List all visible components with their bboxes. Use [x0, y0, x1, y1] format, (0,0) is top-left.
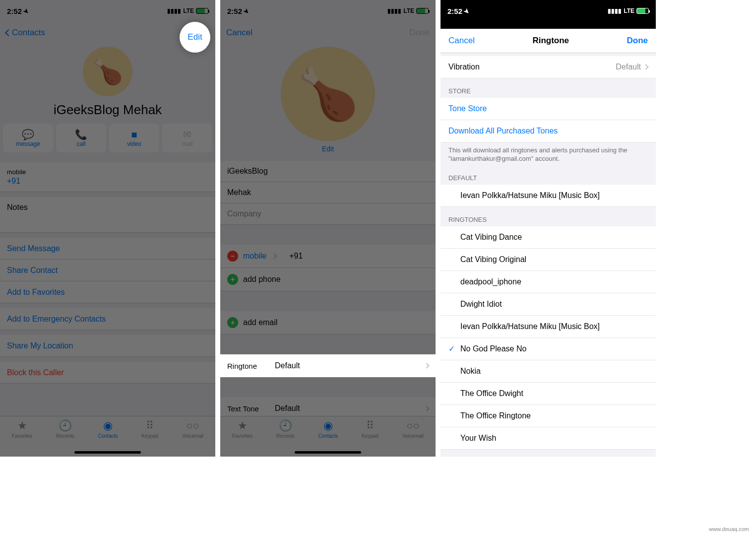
remove-icon[interactable]: −	[227, 251, 238, 262]
ringtone-row[interactable]: The Office Ringtone	[441, 405, 656, 427]
chevron-right-icon	[424, 363, 429, 368]
home-indicator[interactable]	[74, 451, 141, 454]
clock-icon: 🕘	[59, 419, 72, 432]
phone-field-row[interactable]: − mobile +91	[220, 245, 436, 268]
mail-button: ✉mail	[162, 124, 212, 152]
phone-value[interactable]: +91	[289, 252, 303, 261]
back-button[interactable]: Contacts	[6, 28, 45, 38]
call-button[interactable]: 📞call	[56, 124, 106, 152]
phone-label: mobile	[7, 168, 26, 176]
ringtone-row[interactable]: Cat Vibing Dance	[441, 226, 656, 249]
message-icon: 💬	[22, 129, 34, 140]
tab-keypad[interactable]: ⠿Keypad	[141, 419, 158, 457]
tone-store-row[interactable]: Tone Store	[441, 98, 656, 120]
ringtone-row[interactable]: Your Wish	[441, 427, 656, 450]
tab-favorites[interactable]: ★Favorites	[232, 419, 252, 457]
ringtone-row[interactable]: Nokia	[441, 360, 656, 383]
vibration-row[interactable]: Vibration Default	[441, 56, 656, 78]
ringtone-label: The Office Dwight	[460, 389, 523, 398]
ringtone-row[interactable]: The Office Dwight	[441, 383, 656, 405]
ringtone-row[interactable]: Dwight Idiot	[441, 293, 656, 316]
home-indicator[interactable]	[295, 451, 361, 454]
ringtone-row[interactable]: deadpool_iphone	[441, 271, 656, 293]
add-email-row[interactable]: + add email	[220, 311, 436, 334]
nav-bar: Cancel Done	[220, 22, 436, 44]
add-icon[interactable]: +	[227, 317, 238, 328]
tab-keypad[interactable]: ⠿Keypad	[362, 419, 378, 457]
notes-cell[interactable]: Notes	[0, 197, 215, 233]
share-contact-row[interactable]: Share Contact	[0, 260, 215, 281]
add-icon[interactable]: +	[227, 274, 238, 285]
keypad-icon: ⠿	[146, 419, 154, 432]
ringtone-label: Cat Vibing Original	[460, 255, 526, 264]
video-button[interactable]: ■video	[109, 124, 159, 152]
cancel-button[interactable]: Cancel	[448, 36, 475, 46]
voicemail-icon: ○○	[186, 419, 199, 432]
video-icon: ■	[131, 129, 137, 140]
phone-icon: 📞	[75, 129, 87, 140]
tab-voicemail[interactable]: ○○Voicemail	[402, 419, 424, 457]
contact-name: iGeeksBlog Mehak	[0, 100, 215, 124]
battery-icon	[636, 8, 649, 14]
ringtone-row[interactable]: Ievan Polkka/Hatsune Miku [Music Box]	[441, 316, 656, 338]
phone-cell[interactable]: mobile +91	[0, 162, 215, 192]
add-favorites-row[interactable]: Add to Favorites	[0, 281, 215, 303]
contact-avatar[interactable]: 🍗	[281, 47, 375, 141]
ringtone-label: Dwight Idiot	[460, 300, 502, 309]
phone-type-label[interactable]: mobile	[243, 252, 266, 261]
location-icon: ➤	[242, 6, 251, 15]
contact-avatar[interactable]: 🍗	[83, 47, 132, 96]
company-field[interactable]: Company	[220, 203, 436, 225]
cancel-button[interactable]: Cancel	[226, 28, 252, 38]
status-bar: 2:52➤ ▮▮▮▮LTE	[0, 0, 215, 22]
ringtone-row[interactable]: ✓No God Please No	[441, 338, 656, 360]
block-caller-row[interactable]: Block this Caller	[0, 362, 215, 384]
edit-photo-button[interactable]: Edit	[220, 145, 436, 161]
ringtone-label: deadpool_iphone	[460, 277, 521, 286]
last-name-field[interactable]: Mehak	[220, 182, 436, 203]
first-name-field[interactable]: iGeeksBlog	[220, 161, 436, 182]
ringtones-header: RINGTONES	[441, 207, 656, 226]
add-phone-row[interactable]: + add phone	[220, 268, 436, 291]
check-icon: ✓	[448, 344, 460, 353]
ringtone-label: The Office Ringtone	[460, 411, 531, 420]
status-bar: 2:52➤ ▮▮▮▮LTE	[220, 0, 436, 22]
phone-value: +91	[7, 177, 20, 186]
mail-icon: ✉	[183, 129, 191, 140]
chevron-right-icon	[643, 64, 648, 69]
add-emergency-row[interactable]: Add to Emergency Contacts	[0, 308, 215, 330]
tab-recents[interactable]: 🕘Recents	[56, 419, 74, 457]
ringtone-label: Cat Vibing Dance	[460, 233, 522, 242]
download-all-row[interactable]: Download All Purchased Tones	[441, 120, 656, 142]
ringtone-row[interactable]: Cat Vibing Original	[441, 249, 656, 271]
star-icon: ★	[17, 419, 27, 432]
status-time: 2:52	[7, 7, 22, 15]
sheet-title: Ringtone	[532, 36, 569, 46]
signal-icon: ▮▮▮▮	[167, 7, 181, 14]
ringtone-label: Your Wish	[460, 434, 496, 443]
location-icon: ➤	[22, 6, 31, 15]
sheet-nav: Cancel Ringtone Done	[441, 29, 656, 53]
default-tone-row[interactable]: Ievan Polkka/Hatsune Miku [Music Box]	[441, 185, 656, 207]
status-bar: 2:52➤ ▮▮▮▮LTE	[441, 0, 656, 22]
tab-voicemail[interactable]: ○○Voicemail	[182, 419, 203, 457]
signal-icon: ▮▮▮▮	[608, 7, 622, 14]
tab-recents[interactable]: 🕘Recents	[276, 419, 295, 457]
done-button[interactable]: Done	[627, 36, 648, 46]
tab-favorites[interactable]: ★Favorites	[12, 419, 32, 457]
send-message-row[interactable]: Send Message	[0, 238, 215, 260]
carrier-label: LTE	[183, 7, 194, 14]
share-location-row[interactable]: Share My Location	[0, 335, 215, 357]
done-button: Done	[409, 28, 430, 38]
watermark: www.deuaq.com	[709, 526, 749, 532]
location-icon: ➤	[462, 6, 471, 15]
edit-button[interactable]: Edit	[180, 22, 210, 53]
edit-contact-panel: 2:52➤ ▮▮▮▮LTE Cancel Done 🍗 Edit iGeeksB…	[220, 0, 436, 457]
chevron-left-icon	[5, 29, 12, 36]
message-button[interactable]: 💬message	[3, 124, 53, 152]
signal-icon: ▮▮▮▮	[387, 7, 401, 14]
ringtone-label: Nokia	[460, 367, 481, 376]
ringtone-row[interactable]: Ringtone Default	[220, 354, 436, 377]
person-icon: ◉	[103, 419, 113, 432]
ringtone-picker-panel: 2:52➤ ▮▮▮▮LTE Cancel Ringtone Done Vibra…	[441, 0, 656, 457]
